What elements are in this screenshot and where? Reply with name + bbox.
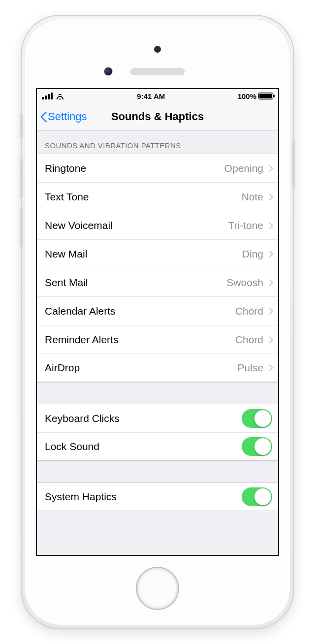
row-value: Ding bbox=[242, 248, 263, 260]
list-item[interactable]: RingtoneOpening bbox=[37, 154, 278, 182]
wifi-icon bbox=[56, 93, 64, 99]
row-label: Keyboard Clicks bbox=[45, 413, 242, 424]
chevron-right-icon bbox=[266, 307, 273, 314]
list-item[interactable]: Calendar AlertsChord bbox=[37, 296, 278, 325]
row-label: New Voicemail bbox=[45, 220, 228, 231]
row-label: Text Tone bbox=[45, 191, 242, 203]
chevron-right-icon bbox=[266, 164, 273, 171]
row-value: Chord bbox=[235, 334, 263, 346]
battery-icon bbox=[258, 93, 273, 99]
section-header-patterns: SOUNDS AND VIBRATION PATTERNS bbox=[37, 130, 278, 154]
row-value: Tri-tone bbox=[228, 220, 263, 231]
status-time: 9:41 AM bbox=[137, 92, 165, 100]
haptics-toggles-list: System Haptics bbox=[37, 483, 278, 511]
chevron-right-icon bbox=[266, 336, 273, 343]
row-label: System Haptics bbox=[45, 491, 242, 503]
list-item[interactable]: AirDropPulse bbox=[37, 354, 278, 382]
sound-patterns-list: RingtoneOpeningText ToneNoteNew Voicemai… bbox=[37, 154, 278, 382]
proximity-sensor bbox=[154, 46, 161, 53]
toggle-switch[interactable] bbox=[242, 437, 272, 456]
section-gap bbox=[37, 382, 278, 404]
row-value: Pulse bbox=[237, 362, 263, 374]
page-title: Sounds & Haptics bbox=[111, 110, 204, 123]
status-bar: 9:41 AM 100% bbox=[37, 89, 278, 103]
list-item: Lock Sound bbox=[37, 432, 278, 461]
row-value: Opening bbox=[224, 162, 263, 174]
list-item[interactable]: Sent MailSwoosh bbox=[37, 268, 278, 296]
chevron-right-icon bbox=[266, 222, 273, 228]
list-item: System Haptics bbox=[37, 483, 278, 511]
back-label: Settings bbox=[48, 110, 87, 123]
toggle-switch[interactable] bbox=[242, 487, 272, 506]
back-button[interactable]: Settings bbox=[40, 103, 87, 130]
list-item: Keyboard Clicks bbox=[37, 404, 278, 432]
row-value: Swoosh bbox=[226, 277, 263, 289]
row-value: Chord bbox=[235, 305, 263, 317]
row-label: Lock Sound bbox=[45, 441, 242, 452]
chevron-right-icon bbox=[266, 279, 273, 286]
silent-switch bbox=[20, 114, 23, 138]
screen: 9:41 AM 100% Settings Sounds & Haptics S… bbox=[36, 88, 279, 556]
row-label: Calendar Alerts bbox=[45, 305, 235, 317]
list-item[interactable]: New MailDing bbox=[37, 239, 278, 268]
chevron-right-icon bbox=[266, 193, 273, 200]
section-gap bbox=[37, 461, 278, 483]
row-value: Note bbox=[242, 191, 263, 203]
chevron-left-icon bbox=[40, 111, 47, 123]
earpiece bbox=[130, 68, 185, 75]
row-label: AirDrop bbox=[45, 362, 237, 374]
list-item[interactable]: New VoicemailTri-tone bbox=[37, 211, 278, 239]
home-button[interactable] bbox=[136, 567, 179, 610]
row-label: Sent Mail bbox=[45, 277, 226, 289]
row-label: Ringtone bbox=[45, 162, 224, 174]
chevron-right-icon bbox=[266, 250, 273, 257]
chevron-right-icon bbox=[266, 364, 273, 371]
signal-icon bbox=[42, 93, 53, 99]
toggle-switch[interactable] bbox=[242, 409, 272, 428]
power-button bbox=[292, 139, 295, 188]
device-frame: 9:41 AM 100% Settings Sounds & Haptics S… bbox=[21, 15, 294, 629]
list-item[interactable]: Reminder AlertsChord bbox=[37, 325, 278, 354]
sound-toggles-list: Keyboard ClicksLock Sound bbox=[37, 404, 278, 461]
row-label: Reminder Alerts bbox=[45, 334, 235, 346]
front-camera bbox=[104, 67, 113, 76]
battery-text: 100% bbox=[238, 92, 256, 100]
row-label: New Mail bbox=[45, 248, 242, 260]
navigation-bar: Settings Sounds & Haptics bbox=[37, 103, 278, 130]
volume-down-button bbox=[20, 208, 23, 247]
list-item[interactable]: Text ToneNote bbox=[37, 182, 278, 211]
volume-up-button bbox=[20, 159, 23, 198]
device-bezel: 9:41 AM 100% Settings Sounds & Haptics S… bbox=[25, 19, 290, 625]
